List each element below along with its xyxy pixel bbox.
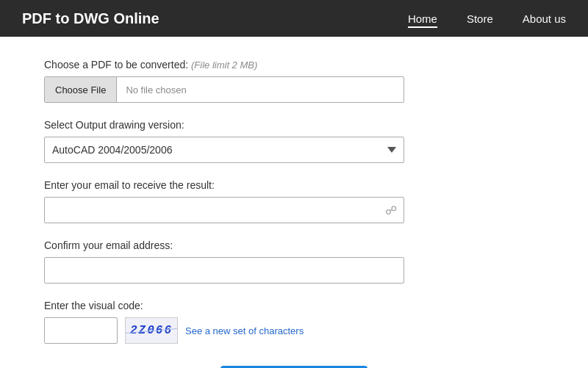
nav-link-about[interactable]: About us (523, 12, 566, 25)
brand-title: PDF to DWG Online (22, 10, 159, 27)
nav-link-store[interactable]: Store (467, 12, 493, 25)
visual-code-label: Enter the visual code: (44, 300, 544, 311)
email-input-wrapper: ☍ (44, 197, 404, 223)
confirm-email-group: Confirm your email address: (44, 239, 544, 284)
visual-code-group: Enter the visual code: 2Z066 See a new s… (44, 300, 544, 344)
confirm-email-label: Confirm your email address: (44, 239, 544, 251)
choose-file-button[interactable]: Choose File (45, 77, 117, 102)
navbar: PDF to DWG Online Home Store About us (0, 0, 588, 37)
nav-item-store[interactable]: Store (467, 12, 493, 25)
visual-code-row: 2Z066 See a new set of characters (44, 317, 544, 344)
output-label: Select Output drawing version: (44, 119, 544, 131)
file-label: Choose a PDF to be converted: (File limi… (44, 59, 544, 71)
file-upload-group: Choose a PDF to be converted: (File limi… (44, 59, 544, 103)
file-limit-text: (File limit 2 MB) (191, 59, 257, 71)
main-content: Choose a PDF to be converted: (File limi… (0, 37, 588, 368)
nav-link-home[interactable]: Home (408, 12, 437, 28)
file-name-display: No file chosen (117, 84, 195, 95)
select-wrapper: AutoCAD 2004/2005/2006 AutoCAD 2007/2008… (44, 137, 404, 163)
email-input[interactable] (44, 197, 404, 223)
visual-code-input[interactable] (44, 317, 118, 344)
email-icon: ☍ (385, 203, 397, 217)
email-group: Enter your email to receive the result: … (44, 179, 544, 223)
output-version-select[interactable]: AutoCAD 2004/2005/2006 AutoCAD 2007/2008… (44, 137, 404, 163)
refresh-captcha-link[interactable]: See a new set of characters (185, 325, 304, 336)
file-input-row: Choose File No file chosen (44, 76, 404, 103)
captcha-image: 2Z066 (125, 317, 178, 344)
nav-item-about[interactable]: About us (523, 12, 566, 25)
nav-links: Home Store About us (408, 12, 566, 25)
nav-item-home[interactable]: Home (408, 12, 437, 25)
output-version-group: Select Output drawing version: AutoCAD 2… (44, 119, 544, 163)
confirm-email-input[interactable] (44, 257, 404, 284)
email-label: Enter your email to receive the result: (44, 179, 544, 191)
